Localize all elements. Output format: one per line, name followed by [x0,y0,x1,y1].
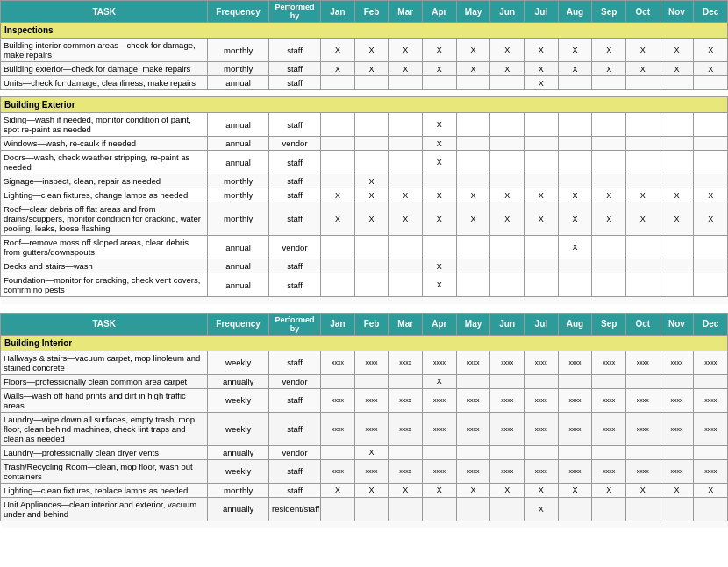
col-header-jun: Jun [490,1,525,23]
month-cell: xxxx [423,388,457,412]
month-cell: X [558,188,592,202]
month-cell: X [625,62,660,76]
month-cell [625,113,660,137]
month-cell [490,374,525,388]
month-cell [389,273,423,297]
month-cell [660,113,694,137]
month-cell [321,273,355,297]
month-cell: X [660,202,694,236]
month-cell [354,76,389,90]
month-cell [592,497,626,521]
month-cell: xxxx [456,351,490,374]
col-header-nov-2: Nov [660,313,694,335]
month-cell [660,174,694,188]
month-cell [354,137,389,151]
performed-by-cell: staff [269,188,321,202]
task-cell: Lighting—clean fixtures, change lamps as… [1,188,208,202]
table-row: Laundry—wipe down all surfaces, empty tr… [1,412,728,445]
col-header-freq-2: Frequency [208,313,269,335]
frequency-cell: annual [208,113,269,137]
month-cell [592,273,626,297]
month-cell: X [354,174,389,188]
month-cell [456,236,490,259]
task-cell: Laundry—professionally clean dryer vents [1,445,208,459]
month-cell [354,259,389,273]
month-cell [694,137,728,151]
table-row: Doors—wash, check weather stripping, re-… [1,151,728,174]
table-row: Foundation—monitor for cracking, check v… [1,273,728,297]
performed-by-cell: staff [269,76,321,90]
month-cell [389,236,423,259]
table-row: Building interior common areas—check for… [1,39,728,62]
performed-by-cell: staff [269,259,321,273]
month-cell [558,497,592,521]
month-cell: X [625,202,660,236]
month-cell [456,151,490,174]
month-cell: X [354,62,389,76]
month-cell: X [525,188,559,202]
month-cell: X [592,62,626,76]
month-cell [625,497,660,521]
month-cell: X [389,62,423,76]
maintenance-schedule-table-2: TASK Frequency Performedby Jan Feb Mar A… [0,313,728,528]
col-header-feb-2: Feb [354,313,389,335]
col-header-mar-2: Mar [389,313,423,335]
month-cell: X [490,39,525,62]
month-cell [389,445,423,459]
month-cell: X [592,39,626,62]
performed-by-cell: staff [269,174,321,188]
performed-by-cell: staff [269,412,321,445]
task-cell: Units—check for damage, cleanliness, mak… [1,76,208,90]
performed-by-cell: staff [269,459,321,483]
month-cell [694,259,728,273]
performed-by-cell: staff [269,273,321,297]
month-cell [456,76,490,90]
month-cell [660,497,694,521]
table-row: Laundry—professionally clean dryer vents… [1,445,728,459]
performed-by-cell: staff [269,388,321,412]
month-cell [490,137,525,151]
task-cell: Signage—inspect, clean, repair as needed [1,174,208,188]
month-cell: xxxx [525,388,559,412]
col-header-jan: Jan [321,1,355,23]
performed-by-cell: vendor [269,137,321,151]
section-title: Building Exterior [1,97,728,113]
table-row: Windows—wash, re-caulk if neededannualve… [1,137,728,151]
task-cell: Unit Appliances—clean interior and exter… [1,497,208,521]
col-header-sep-2: Sep [592,313,626,335]
table-row: Building exterior—check for damage, make… [1,62,728,76]
month-cell [558,174,592,188]
frequency-cell: monthly [208,39,269,62]
month-cell [558,137,592,151]
month-cell: xxxx [423,459,457,483]
month-cell [592,236,626,259]
month-cell: X [354,483,389,497]
month-cell: X [389,202,423,236]
month-cell [354,374,389,388]
month-cell: xxxx [592,459,626,483]
month-cell [694,374,728,388]
task-cell: Windows—wash, re-caulk if needed [1,137,208,151]
table-row: Trash/Recycling Room—clean, mop floor, w… [1,459,728,483]
month-cell [525,113,559,137]
month-cell: X [423,202,457,236]
month-cell: X [321,483,355,497]
month-cell [321,174,355,188]
month-cell: X [625,483,660,497]
col-header-may: May [456,1,490,23]
month-cell [694,273,728,297]
month-cell [389,259,423,273]
month-cell [660,273,694,297]
month-cell [456,374,490,388]
col-header-jul: Jul [525,1,559,23]
month-cell [490,445,525,459]
month-cell [625,259,660,273]
table-row: Lighting—clean fixtures, replace lamps a… [1,483,728,497]
performed-by-cell: staff [269,483,321,497]
col-header-aug-2: Aug [558,313,592,335]
performed-by-cell: staff [269,351,321,374]
month-cell: X [694,62,728,76]
month-cell [389,76,423,90]
frequency-cell: weekly [208,459,269,483]
col-header-jan-2: Jan [321,313,355,335]
